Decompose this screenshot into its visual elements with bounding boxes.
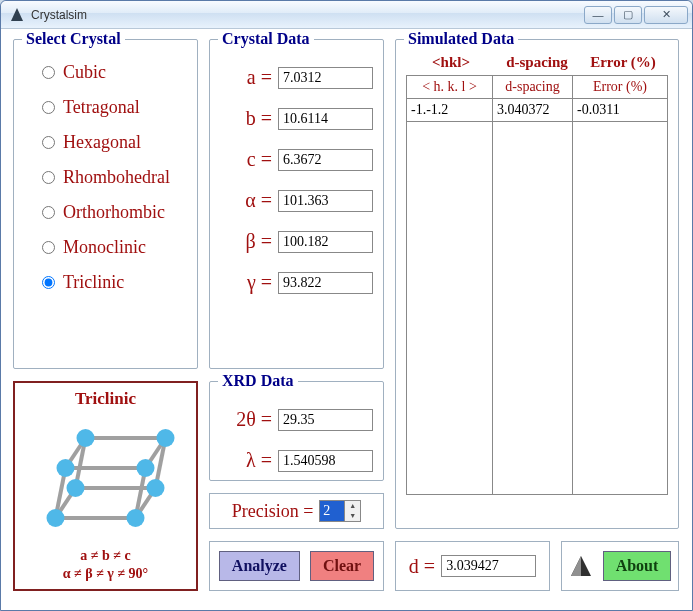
table-row[interactable]: -1.-1.2 3.040372 -0.0311 [407,99,667,122]
clear-button[interactable]: Clear [310,551,374,581]
window-title: Crystalsim [31,8,584,22]
table-empty-area [407,122,667,494]
header-hkl: <hkl> [408,54,494,71]
crystal-option-tetragonal[interactable]: Tetragonal [42,97,187,118]
radio-triclinic[interactable] [42,276,55,289]
logo-icon [569,554,593,578]
col-error: Error (%) [573,76,667,98]
alpha-label: α = [220,189,278,212]
minimize-button[interactable]: — [584,6,612,24]
b-label: b = [220,107,278,130]
twotheta-input[interactable] [278,409,373,431]
svg-point-17 [57,459,75,477]
precision-group: Precision = ▲▼ [209,493,384,529]
select-crystal-legend: Select Crystal [22,30,125,48]
chevron-down-icon[interactable]: ▼ [345,511,360,521]
crystal-label: Cubic [63,62,106,83]
crystal-formula: a ≠ b ≠ c α ≠ β ≠ γ ≠ 90° [15,547,196,583]
crystal-option-triclinic[interactable]: Triclinic [42,272,187,293]
lambda-input[interactable] [278,450,373,472]
svg-marker-0 [11,8,23,21]
crystal-option-monoclinic[interactable]: Monoclinic [42,237,187,258]
maximize-button[interactable]: ▢ [614,6,642,24]
crystal-option-hexagonal[interactable]: Hexagonal [42,132,187,153]
a-input[interactable] [278,67,373,89]
window-buttons: — ▢ ✕ [584,6,688,24]
crystal-label: Rhombohedral [63,167,170,188]
d-result-group: d = [395,541,550,591]
formula-line-1: a ≠ b ≠ c [15,547,196,565]
svg-point-13 [47,509,65,527]
cell-error: -0.0311 [573,99,667,121]
radio-tetragonal[interactable] [42,101,55,114]
cell-hkl: -1.-1.2 [407,99,493,121]
radio-monoclinic[interactable] [42,241,55,254]
d-label: d = [409,555,435,578]
table-header-row: < h. k. l > d-spacing Error (%) [407,76,667,99]
svg-marker-22 [571,556,581,576]
b-input[interactable] [278,108,373,130]
precision-input[interactable] [319,500,345,522]
chevron-up-icon[interactable]: ▲ [345,501,360,511]
crystal-data-group: Crystal Data a = b = c = α = β = γ = [209,39,384,369]
radio-rhombohedral[interactable] [42,171,55,184]
c-input[interactable] [278,149,373,171]
precision-stepper[interactable]: ▲▼ [319,500,361,522]
twotheta-label: 2θ = [220,408,278,431]
crystal-label: Monoclinic [63,237,146,258]
radio-cubic[interactable] [42,66,55,79]
action-buttons-group: Analyze Clear [209,541,384,591]
spinner-arrows[interactable]: ▲▼ [345,500,361,522]
header-dspacing: d-spacing [494,54,580,71]
a-label: a = [220,66,278,89]
crystal-label: Triclinic [63,272,124,293]
xrd-data-group: XRD Data 2θ = λ = [209,381,384,481]
titlebar: Crystalsim — ▢ ✕ [1,1,692,29]
xrd-data-legend: XRD Data [218,372,298,390]
gamma-label: γ = [220,271,278,294]
radio-hexagonal[interactable] [42,136,55,149]
about-group: About [561,541,679,591]
precision-label: Precision = [232,501,314,522]
beta-label: β = [220,230,278,253]
lambda-label: λ = [220,449,278,472]
svg-point-19 [77,429,95,447]
simulated-data-legend: Simulated Data [404,30,518,48]
crystal-option-cubic[interactable]: Cubic [42,62,187,83]
sim-headers: <hkl> d-spacing Error (%) [406,54,668,71]
crystal-option-orthorhombic[interactable]: Orthorhombic [42,202,187,223]
d-output[interactable] [441,555,536,577]
svg-point-18 [137,459,155,477]
triclinic-diagram-icon [15,413,196,543]
c-label: c = [220,148,278,171]
select-crystal-group: Select Crystal Cubic Tetragonal Hexagona… [13,39,198,369]
beta-input[interactable] [278,231,373,253]
col-dspacing: d-spacing [493,76,573,98]
crystal-name: Triclinic [15,389,196,409]
alpha-input[interactable] [278,190,373,212]
svg-point-14 [127,509,145,527]
analyze-button[interactable]: Analyze [219,551,300,581]
simulated-data-group: Simulated Data <hkl> d-spacing Error (%)… [395,39,679,529]
close-button[interactable]: ✕ [644,6,688,24]
client-area: Select Crystal Cubic Tetragonal Hexagona… [1,29,692,611]
app-window: Crystalsim — ▢ ✕ Select Crystal Cubic Te… [0,0,693,611]
col-hkl: < h. k. l > [407,76,493,98]
svg-point-20 [157,429,175,447]
about-button[interactable]: About [603,551,672,581]
crystal-option-rhombohedral[interactable]: Rhombohedral [42,167,187,188]
radio-orthorhombic[interactable] [42,206,55,219]
formula-line-2: α ≠ β ≠ γ ≠ 90° [15,565,196,583]
gamma-input[interactable] [278,272,373,294]
sim-table: < h. k. l > d-spacing Error (%) -1.-1.2 … [406,75,668,495]
app-icon [9,7,25,23]
crystal-data-legend: Crystal Data [218,30,314,48]
crystal-label: Tetragonal [63,97,140,118]
cell-dspacing: 3.040372 [493,99,573,121]
crystal-label: Orthorhombic [63,202,165,223]
crystal-diagram-card: Triclinic [13,381,198,591]
crystal-label: Hexagonal [63,132,141,153]
svg-point-16 [147,479,165,497]
header-error: Error (%) [580,54,666,71]
svg-point-15 [67,479,85,497]
